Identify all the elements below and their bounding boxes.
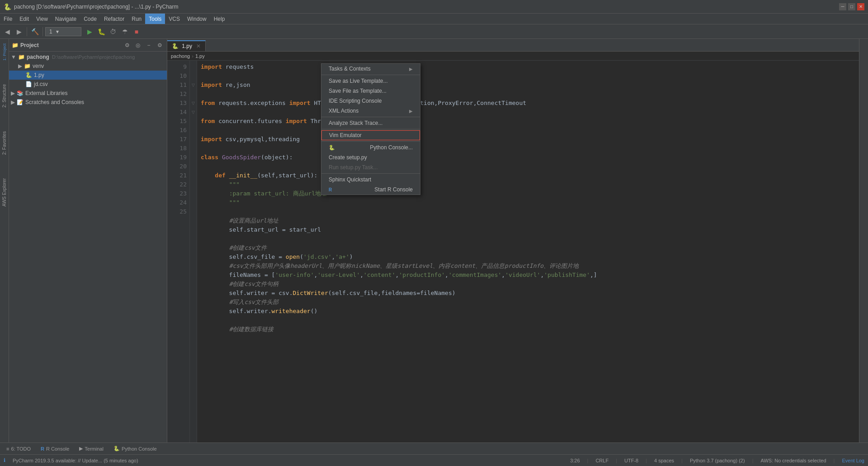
tree-scratch-icon: 📝 [17, 99, 24, 105]
tree-item-name: External Libraries [25, 90, 67, 96]
menu-edit[interactable]: Edit [16, 14, 33, 24]
menu-item-label: Python Console... [370, 144, 413, 151]
menu-sep1 [321, 75, 420, 75]
editor-area: 🐍 1.py ✕ pachong › 1.py 9 10 11 12 13 14… [167, 39, 859, 442]
project-scope-btn[interactable]: ◎ [133, 41, 142, 50]
dropdown-overlay[interactable]: Tasks & Contexts ▶ Save as Live Template… [167, 39, 868, 466]
r-console-icon: R [329, 187, 332, 192]
run-button[interactable]: ▶ [84, 26, 95, 37]
run-config-selector[interactable]: 1 ▾ [45, 27, 81, 36]
menu-sep3 [321, 129, 420, 129]
menu-code[interactable]: Code [80, 14, 100, 24]
menu-item-run-setup-task[interactable]: Run setup.py Task... [321, 162, 420, 172]
tree-folder-icon: 📁 [24, 63, 31, 69]
rconsole-icon: R [41, 446, 44, 452]
tree-expand-icon: ▶ [11, 99, 15, 105]
tree-lib-icon: 📚 [17, 90, 24, 96]
tab-terminal-label: Terminal [85, 446, 104, 452]
tree-root-pachong[interactable]: ▼ 📁 pachong D:\software\Pycharm\project\… [9, 52, 167, 62]
sidebar-tab-structure[interactable]: 2: Structure [1, 81, 8, 110]
menu-window[interactable]: Window [184, 14, 210, 24]
menu-item-save-live-template[interactable]: Save as Live Template... [321, 76, 420, 86]
toolbar-back[interactable]: ◀ [2, 26, 13, 37]
project-panel-title: Project [20, 42, 121, 48]
profile-button[interactable]: ⏱ [108, 26, 118, 37]
project-panel: 📁 Project ⚙ ◎ − ⚙ ▼ 📁 pachong D:\softwar… [9, 39, 167, 442]
menu-item-label: Create setup.py [329, 154, 367, 161]
app-logo: 🐍 [4, 3, 11, 10]
menu-file[interactable]: File [0, 14, 16, 24]
debug-button[interactable]: 🐛 [96, 26, 107, 37]
coverage-button[interactable]: ☂ [119, 26, 130, 37]
project-collapse-btn[interactable]: − [144, 41, 153, 50]
menu-item-create-setup[interactable]: Create setup.py [321, 152, 420, 162]
title-left: 🐍 pachong [D:\software\Pycharm\project\p… [4, 3, 179, 10]
tab-rconsole-label: R Console [46, 446, 69, 452]
tree-external-libraries[interactable]: ▶ 📚 External Libraries [9, 89, 167, 98]
left-sidebar-tabs: 1: Project 2: Structure 2: Favorites AWS… [0, 39, 9, 442]
menu-sep2 [321, 117, 420, 117]
menu-item-analyze-stack-trace[interactable]: Analyze Stack Trace... [321, 118, 420, 128]
menu-item-label: IDE Scripting Console [329, 98, 382, 104]
menu-view[interactable]: View [33, 14, 52, 24]
menu-item-vim-emulator[interactable]: Vim Emulator [321, 130, 420, 140]
menu-tools[interactable]: Tools [145, 14, 165, 24]
menu-item-start-r-console[interactable]: R Start R Console [321, 185, 420, 195]
tree-item-name: jd.csv [34, 81, 48, 87]
toolbar-build[interactable]: 🔨 [29, 26, 40, 37]
tree-file-icon: 🐍 [25, 72, 32, 78]
menu-item-label: Vim Emulator [329, 132, 362, 138]
tree-file-jdcsv[interactable]: 📄 jd.csv [9, 80, 167, 89]
sidebar-tab-favorites[interactable]: 2: Favorites [1, 128, 8, 157]
tab-terminal[interactable]: ▶ Terminal [75, 444, 108, 453]
main-area: 1: Project 2: Structure 2: Favorites AWS… [0, 39, 868, 442]
project-panel-header: 📁 Project ⚙ ◎ − ⚙ [9, 39, 167, 52]
project-header-icon: 📁 [12, 42, 19, 48]
menu-item-python-console-menu[interactable]: 🐍 Python Console... [321, 143, 420, 152]
toolbar-forward[interactable]: ▶ [14, 26, 24, 37]
maximize-button[interactable]: □ [848, 3, 855, 10]
menu-item-sphinx-quickstart[interactable]: Sphinx Quickstart [321, 175, 420, 185]
tree-venv[interactable]: ▶ 📁 venv [9, 62, 167, 71]
tree-item-name: venv [33, 63, 44, 69]
python-console-icon: 🐍 [329, 145, 335, 151]
python-console-icon: 🐍 [113, 446, 120, 452]
toolbar-sep2 [42, 27, 43, 36]
menu-item-label: Tasks & Contexts [329, 66, 371, 72]
tab-python-console[interactable]: 🐍 Python Console [109, 444, 161, 453]
menu-sep5 [321, 173, 420, 174]
stop-button[interactable]: ■ [131, 26, 142, 37]
tree-expand-icon: ▼ [11, 54, 16, 60]
tab-python-console-label: Python Console [122, 446, 157, 452]
menu-refactor[interactable]: Refactor [100, 14, 128, 24]
menu-run[interactable]: Run [128, 14, 145, 24]
menu-item-tasks-contexts[interactable]: Tasks & Contexts ▶ [321, 64, 420, 74]
project-gear-btn[interactable]: ⚙ [123, 41, 132, 50]
tab-todo[interactable]: ≡ 6: TODO [2, 445, 35, 453]
submenu-arrow: ▶ [409, 109, 413, 114]
menu-item-save-file-template[interactable]: Save File as Template... [321, 86, 420, 96]
tree-item-name: pachong [27, 54, 49, 60]
menu-item-xml-actions[interactable]: XML Actions ▶ [321, 106, 420, 116]
close-button[interactable]: ✕ [857, 3, 864, 10]
tree-item-path: D:\software\Pycharm\project\pachong [52, 54, 135, 60]
menu-navigate[interactable]: Navigate [52, 14, 80, 24]
menu-item-label: Run setup.py Task... [329, 164, 378, 171]
project-settings-btn[interactable]: ⚙ [155, 41, 164, 50]
menu-item-ide-scripting-console[interactable]: IDE Scripting Console [321, 96, 420, 106]
menu-help[interactable]: Help [210, 14, 229, 24]
sidebar-tab-project[interactable]: 1: Project [1, 41, 8, 63]
menu-vcs[interactable]: VCS [165, 14, 184, 24]
tree-file-1py[interactable]: 🐍 1.py [9, 71, 167, 80]
status-update-icon: ℹ [4, 457, 5, 463]
minimize-button[interactable]: ─ [839, 3, 846, 10]
tree-scratches[interactable]: ▶ 📝 Scratches and Consoles [9, 98, 167, 107]
tab-rconsole[interactable]: R R Console [36, 445, 74, 453]
menu-item-label: XML Actions [329, 108, 359, 114]
window-controls: ─ □ ✕ [839, 3, 864, 10]
terminal-icon: ▶ [79, 446, 83, 452]
menu-sep4 [321, 141, 420, 142]
sidebar-tab-aws[interactable]: AWS Explorer [1, 176, 8, 209]
tree-item-name: Scratches and Consoles [25, 99, 84, 105]
tree-file-icon: 📄 [25, 81, 32, 87]
